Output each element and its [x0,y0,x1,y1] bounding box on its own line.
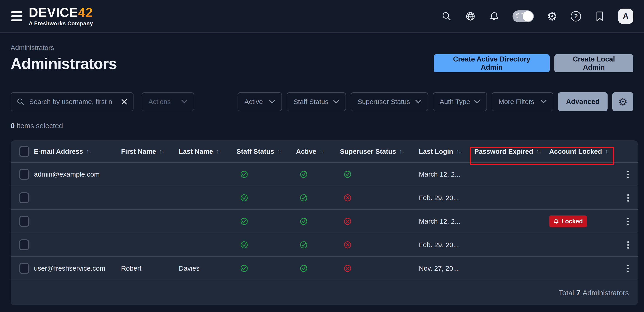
search-icon[interactable] [441,11,452,22]
theme-toggle[interactable]: ☾ ✦ [512,10,534,22]
auth-type-filter-dropdown[interactable]: Auth Type [433,92,487,111]
header-buttons: Create Active Directory Admin Create Loc… [434,54,633,72]
email-cell: user@freshservice.com [34,265,121,272]
column-header-active[interactable]: Active↑↓ [296,148,340,155]
chevron-down-icon [333,100,339,104]
row-menu-kebab-icon[interactable] [626,169,631,180]
email-cell: admin@example.com [34,170,121,178]
active-cell [296,264,340,273]
row-checkbox[interactable] [19,263,29,274]
table-row: user@freshservice.comRobertDaviesNov. 27… [11,256,638,280]
chevron-down-icon [474,100,480,104]
check-circle-icon [343,170,352,179]
row-menu-kebab-icon[interactable] [626,192,631,204]
superuser-status-cell [340,193,419,202]
advanced-button[interactable]: Advanced [558,92,608,111]
administrators-page: DEVICE42 A Freshworks Company ☾ ✦ ⚙ ? [0,0,644,312]
more-filters-dropdown[interactable]: More Filters [492,92,553,111]
search-box [11,92,134,111]
superuser-status-filter-dropdown[interactable]: Superuser Status [351,92,428,111]
table-row: Feb. 29, 20... [11,186,638,209]
row-menu-kebab-icon[interactable] [626,216,631,227]
table-row: Feb. 29, 20... [11,233,638,256]
sort-icon: ↑↓ [605,148,610,155]
row-checkbox[interactable] [19,192,29,203]
table-footer: Total7Administrators [11,280,638,305]
sort-icon: ↑↓ [216,148,221,155]
sort-icon: ↑↓ [278,148,282,155]
check-circle-icon [240,170,249,179]
row-checkbox[interactable] [19,216,29,227]
globe-icon[interactable] [465,11,476,22]
search-input[interactable] [29,98,117,106]
device42-logo: DEVICE42 A Freshworks Company [29,6,93,26]
create-active-directory-admin-button[interactable]: Create Active Directory Admin [434,54,550,72]
gear-icon: ⚙ [618,96,628,107]
check-circle-icon [240,240,249,249]
settings-gear-icon[interactable]: ⚙ [547,11,558,22]
bookmark-icon[interactable] [594,11,605,22]
table-settings-button[interactable]: ⚙ [612,92,633,111]
column-header-last-name[interactable]: Last Name↑↓ [179,148,236,155]
column-header-email[interactable]: E-mail Address↑↓ [34,148,121,155]
hamburger-menu-icon[interactable] [11,11,22,21]
table-body: admin@example.comMarch 12, 2...Feb. 29, … [11,162,638,280]
sort-icon: ↑↓ [456,148,461,155]
column-header-last-login[interactable]: Last Login↑↓ [419,148,474,155]
row-menu-kebab-icon[interactable] [626,239,631,251]
first-name-cell: Robert [121,265,179,272]
active-cell [296,217,340,226]
active-cell [296,170,340,179]
active-filter-dropdown[interactable]: Active [238,92,282,111]
superuser-status-cell [340,264,419,273]
row-checkbox[interactable] [19,169,29,180]
sort-icon: ↑↓ [399,148,404,155]
chevron-down-icon [182,100,187,104]
check-circle-icon [299,170,308,179]
help-icon[interactable]: ? [570,11,581,22]
check-circle-icon [240,264,249,273]
active-cell [296,240,340,249]
sort-icon: ↑↓ [159,148,164,155]
staff-status-filter-dropdown[interactable]: Staff Status [287,92,346,111]
topbar-actions: ☾ ✦ ⚙ ? A [441,8,633,24]
create-local-admin-button[interactable]: Create Local Admin [554,54,633,72]
row-checkbox[interactable] [19,239,29,250]
superuser-status-cell [340,170,419,179]
staff-status-cell [236,170,296,179]
column-header-superuser-status[interactable]: Superuser Status↑↓ [340,148,419,155]
check-circle-icon [240,193,249,202]
check-circle-icon [299,264,308,273]
breadcrumb[interactable]: Administrators [11,44,54,51]
account-locked-cell: Locked [549,216,618,227]
user-avatar[interactable]: A [618,8,633,24]
toggle-knob [523,11,533,21]
column-header-first-name[interactable]: First Name↑↓ [121,148,179,155]
locked-badge: Locked [549,216,587,227]
brand-tagline: A Freshworks Company [29,21,93,26]
total-count: 7 [576,289,580,297]
row-menu-kebab-icon[interactable] [626,263,631,274]
check-circle-icon [299,240,308,249]
column-header-account-locked[interactable]: Account Locked↑↓ [549,148,618,155]
last-login-cell: March 12, 2... [419,218,474,225]
column-header-staff-status[interactable]: Staff Status↑↓ [236,148,296,155]
table-header-row: E-mail Address↑↓ First Name↑↓ Last Name↑… [11,140,638,162]
sort-icon: ↑↓ [536,148,540,155]
moon-icon: ☾ [515,12,521,20]
administrators-table: E-mail Address↑↓ First Name↑↓ Last Name↑… [11,140,638,305]
superuser-status-cell [340,240,419,249]
column-header-password-expired[interactable]: Password Expired↑↓ [474,148,549,155]
selected-count: 0 [11,122,15,130]
clear-search-icon[interactable] [121,98,128,105]
page-title: Administrators [11,55,117,72]
search-icon [16,98,25,106]
notifications-bell-icon[interactable] [489,11,500,22]
select-all-checkbox[interactable] [19,146,29,157]
actions-dropdown[interactable]: Actions [142,92,194,111]
staff-status-cell [236,193,296,202]
cross-circle-icon [343,193,352,202]
filter-group: Active Staff Status Superuser Status Aut… [238,92,633,111]
selection-summary: 0 items selected [11,122,63,130]
staff-status-cell [236,240,296,249]
